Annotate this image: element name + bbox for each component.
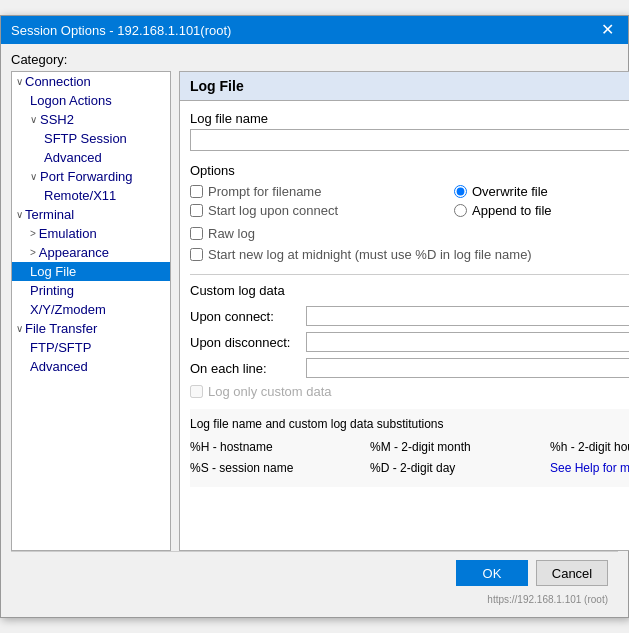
sidebar-item-ssh2[interactable]: ∨ SSH2 (12, 110, 170, 129)
on-each-line-input[interactable] (306, 358, 629, 378)
sidebar-item-label: ∨ Port Forwarding (30, 169, 132, 184)
upon-disconnect-input[interactable] (306, 332, 629, 352)
sidebar-item-xyz-modem[interactable]: X/Y/Zmodem (12, 300, 170, 319)
upon-connect-label: Upon connect: (190, 309, 300, 324)
tree-panel: ∨ Connection Logon Actions ∨ SSH2 SFTP S… (11, 71, 171, 551)
dialog-body: Category: ∨ Connection Logon Actions ∨ S… (1, 44, 628, 617)
category-label: Category: (11, 52, 618, 67)
overwrite-radio[interactable] (454, 185, 467, 198)
on-each-line-label: On each line: (190, 361, 300, 376)
sidebar-item-label: > Appearance (30, 245, 109, 260)
close-button[interactable]: ✕ (597, 22, 618, 38)
start-log-row: Start log upon connect (190, 203, 446, 218)
on-each-line-row: On each line: (190, 358, 629, 378)
cancel-button[interactable]: Cancel (536, 560, 608, 586)
sub-row-2: %S - session name %D - 2-digit day See H… (190, 459, 629, 478)
sidebar-item-ftp-sftp[interactable]: FTP/SFTP (12, 338, 170, 357)
bottom-bar: OK Cancel (11, 551, 618, 594)
sidebar-item-connection[interactable]: ∨ Connection (12, 72, 170, 91)
sidebar-item-appearance[interactable]: > Appearance (12, 243, 170, 262)
sidebar-item-label: SFTP Session (44, 131, 127, 146)
upon-disconnect-row: Upon disconnect: (190, 332, 629, 352)
prompt-filename-checkbox[interactable] (190, 185, 203, 198)
ok-button[interactable]: OK (456, 560, 528, 586)
sub-row-1: %H - hostname %M - 2-digit month %h - 2-… (190, 438, 629, 457)
chevron-down-icon: ∨ (30, 171, 37, 182)
prompt-filename-label: Prompt for filename (208, 184, 321, 199)
sidebar-item-terminal[interactable]: ∨ Terminal (12, 205, 170, 224)
sidebar-item-advanced-ssh[interactable]: Advanced (12, 148, 170, 167)
append-label: Append to file (472, 203, 552, 218)
section-body: Log file name … Options Prompt for filen… (180, 101, 629, 497)
sidebar-item-label: Remote/X11 (44, 188, 116, 203)
sidebar-item-printing[interactable]: Printing (12, 281, 170, 300)
sub-item: %M - 2-digit month (370, 438, 530, 457)
overwrite-label: Overwrite file (472, 184, 548, 199)
custom-log-label: Custom log data (190, 283, 629, 298)
upon-connect-input[interactable] (306, 306, 629, 326)
upon-connect-row: Upon connect: (190, 306, 629, 326)
sidebar-item-remote-x11[interactable]: Remote/X11 (12, 186, 170, 205)
chevron-down-icon: ∨ (16, 76, 23, 87)
sidebar-item-port-forwarding[interactable]: ∨ Port Forwarding (12, 167, 170, 186)
sidebar-item-label: X/Y/Zmodem (30, 302, 106, 317)
sidebar-item-label: Log File (30, 264, 76, 279)
raw-log-checkbox[interactable] (190, 227, 203, 240)
sidebar-item-label: Logon Actions (30, 93, 112, 108)
chevron-down-icon: ∨ (30, 114, 37, 125)
sidebar-item-label: File Transfer (25, 321, 97, 336)
midnight-checkbox[interactable] (190, 248, 203, 261)
sidebar-item-advanced-ft[interactable]: Advanced (12, 357, 170, 376)
raw-log-label: Raw log (208, 226, 255, 241)
sidebar-item-label: Advanced (44, 150, 102, 165)
start-log-label: Start log upon connect (208, 203, 338, 218)
midnight-row: Start new log at midnight (must use %D i… (190, 247, 629, 262)
sidebar-item-label: Printing (30, 283, 74, 298)
sidebar-item-label: ∨ SSH2 (30, 112, 74, 127)
right-panel: Log File Log file name … Options Prompt … (179, 71, 629, 551)
content-area: ∨ Connection Logon Actions ∨ SSH2 SFTP S… (11, 71, 618, 551)
sub-item: %h - 2-digit hour (550, 438, 629, 457)
substitutions-box: Log file name and custom log data substi… (190, 409, 629, 487)
log-filename-input[interactable] (190, 129, 629, 151)
chevron-down-icon: ∨ (16, 323, 23, 334)
section-header: Log File (180, 72, 629, 101)
url-bar: https://192.168.1.101 (root) (11, 594, 618, 607)
raw-log-row: Raw log (190, 226, 629, 241)
title-bar-title: Session Options - 192.168.1.101(root) (11, 23, 231, 38)
sidebar-item-label: FTP/SFTP (30, 340, 91, 355)
dialog-window: Session Options - 192.168.1.101(root) ✕ … (0, 15, 629, 618)
log-file-name-label: Log file name (190, 111, 629, 126)
sidebar-item-label: Connection (25, 74, 91, 89)
chevron-down-icon: ∨ (16, 209, 23, 220)
upon-disconnect-label: Upon disconnect: (190, 335, 300, 350)
log-only-label: Log only custom data (208, 384, 332, 399)
sub-item[interactable]: See Help for more (550, 459, 629, 478)
prompt-filename-row: Prompt for filename (190, 184, 446, 199)
start-log-checkbox[interactable] (190, 204, 203, 217)
append-radio[interactable] (454, 204, 467, 217)
sidebar-item-logon-actions[interactable]: Logon Actions (12, 91, 170, 110)
log-only-checkbox[interactable] (190, 385, 203, 398)
substitutions-title: Log file name and custom log data substi… (190, 415, 629, 434)
sidebar-item-sftp-session[interactable]: SFTP Session (12, 129, 170, 148)
sub-item: %S - session name (190, 459, 350, 478)
chevron-right-icon: > (30, 247, 36, 258)
options-label: Options (190, 163, 629, 178)
sub-item: %D - 2-digit day (370, 459, 530, 478)
sidebar-item-label: Advanced (30, 359, 88, 374)
chevron-right-icon: > (30, 228, 36, 239)
filename-row: … (190, 129, 629, 151)
sub-item: %H - hostname (190, 438, 350, 457)
sidebar-item-log-file[interactable]: Log File (12, 262, 170, 281)
custom-log-section: Custom log data Upon connect: Upon disco… (190, 274, 629, 399)
overwrite-row: Overwrite file (454, 184, 629, 199)
sidebar-item-emulation[interactable]: > Emulation (12, 224, 170, 243)
title-bar: Session Options - 192.168.1.101(root) ✕ (1, 16, 628, 44)
sidebar-item-file-transfer[interactable]: ∨ File Transfer (12, 319, 170, 338)
append-row: Append to file (454, 203, 629, 218)
options-grid: Prompt for filename Overwrite file Start… (190, 184, 629, 218)
sidebar-item-label: Terminal (25, 207, 74, 222)
sidebar-item-label: > Emulation (30, 226, 97, 241)
midnight-label: Start new log at midnight (must use %D i… (208, 247, 532, 262)
